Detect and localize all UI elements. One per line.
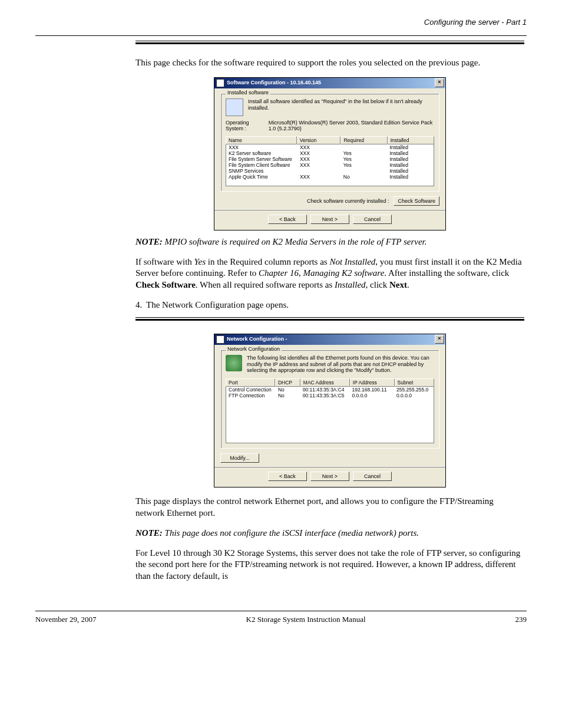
footer-title: K2 Storage System Instruction Manual xyxy=(246,615,366,624)
header-breadcrumb: Configuring the server - Part 1 xyxy=(35,18,527,27)
note: NOTE: MPIO software is required on K2 Me… xyxy=(135,236,524,248)
table-row[interactable]: SNMP ServicesInstalled xyxy=(226,168,434,174)
network-config-dialog: Network Configuration - × Network Config… xyxy=(214,334,446,487)
col-subnet[interactable]: Subnet xyxy=(395,378,435,387)
section-divider xyxy=(135,317,524,321)
table-row[interactable]: Control ConnectionNo00:11:43:35:3A:C4192… xyxy=(226,387,434,393)
col-dhcp[interactable]: DHCP xyxy=(275,378,300,387)
table-row[interactable]: XXXXXXInstalled xyxy=(226,144,434,150)
back-button[interactable]: < Back xyxy=(268,215,307,224)
group-label: Installed software xyxy=(226,90,270,95)
os-label: Operating System : xyxy=(226,120,265,131)
app-icon xyxy=(216,79,224,87)
list-header: Port DHCP MAC Address IP Address Subnet xyxy=(226,378,434,387)
next-button[interactable]: Next > xyxy=(310,215,349,224)
body-text: This page checks for the software requir… xyxy=(135,57,524,69)
network-config-group: Network Configuration The following list… xyxy=(220,350,439,449)
dialog-message: Install all software identified as "Requ… xyxy=(248,98,434,111)
section-divider xyxy=(135,41,524,44)
next-button[interactable]: Next > xyxy=(310,472,349,481)
software-icon xyxy=(226,98,243,116)
app-icon xyxy=(216,335,224,344)
list-header: Name Version Required Installed xyxy=(226,136,434,144)
table-row[interactable]: File System Client SoftwareXXXYesInstall… xyxy=(226,162,434,168)
step: 4. The Network Configuration page opens. xyxy=(135,299,524,311)
close-icon[interactable]: × xyxy=(435,78,444,87)
cancel-button[interactable]: Cancel xyxy=(353,472,392,481)
note: NOTE: This page does not configure the i… xyxy=(135,528,524,539)
check-label: Check software currently installed : xyxy=(307,198,389,204)
titlebar: Software Configuration - 10.16.40.145 × xyxy=(214,78,445,88)
body-text: For Level 10 through 30 K2 Storage Syste… xyxy=(135,548,524,582)
dialog-title: Software Configuration - 10.16.40.145 xyxy=(227,80,321,85)
installed-software-group: Installed software Install all software … xyxy=(220,93,439,192)
col-required[interactable]: Required xyxy=(340,136,387,144)
body-text: If software with Yes in the Required col… xyxy=(135,256,524,291)
back-button[interactable]: < Back xyxy=(268,472,307,481)
table-row[interactable]: File System Server SoftwareXXXYesInstall… xyxy=(226,156,434,162)
software-list[interactable]: XXXXXXInstalledK2 Server softwareXXXYesI… xyxy=(226,144,434,186)
modify-button[interactable]: Modify... xyxy=(220,453,259,463)
footer-date: November 29, 2007 xyxy=(35,615,97,624)
table-row[interactable]: Apple Quick TimeXXXNoInstalled xyxy=(226,174,434,180)
footer-page: 239 xyxy=(515,615,527,624)
col-mac[interactable]: MAC Address xyxy=(300,378,350,387)
footer: November 29, 2007 K2 Storage System Inst… xyxy=(35,611,527,624)
table-row[interactable]: FTP ConnectionNo00:11:43:35:3A:C50.0.0.0… xyxy=(226,393,434,398)
col-port[interactable]: Port xyxy=(226,378,275,387)
divider xyxy=(35,35,527,36)
dialog-title: Network Configuration - xyxy=(227,336,287,342)
network-icon xyxy=(226,355,242,371)
software-config-dialog: Software Configuration - 10.16.40.145 × … xyxy=(214,77,446,230)
check-software-button[interactable]: Check Software xyxy=(394,196,439,206)
col-name[interactable]: Name xyxy=(226,136,297,144)
table-row[interactable]: K2 Server softwareXXXYesInstalled xyxy=(226,150,434,156)
titlebar: Network Configuration - × xyxy=(214,334,445,345)
col-version[interactable]: Version xyxy=(297,136,341,144)
col-ip[interactable]: IP Address xyxy=(350,378,395,387)
os-value: Microsoft(R) Windows(R) Server 2003, Sta… xyxy=(269,120,434,131)
network-list[interactable]: Control ConnectionNo00:11:43:35:3A:C4192… xyxy=(226,387,434,443)
group-label: Network Configuration xyxy=(226,346,282,352)
col-installed[interactable]: Installed xyxy=(388,136,434,144)
close-icon[interactable]: × xyxy=(435,335,444,344)
cancel-button[interactable]: Cancel xyxy=(353,215,392,224)
body-text: This page displays the control network E… xyxy=(135,496,524,519)
dialog-message: The following list identifies all the Et… xyxy=(247,355,434,374)
